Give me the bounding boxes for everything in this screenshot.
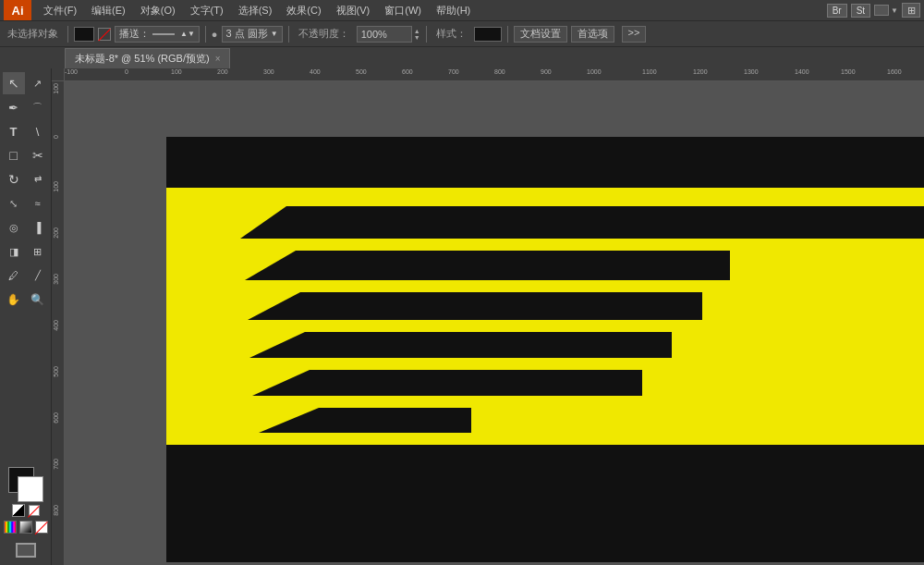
ruler-corner (52, 68, 65, 81)
style-swatch[interactable] (474, 27, 502, 42)
line-tool[interactable]: \ (27, 120, 49, 142)
shape-tools-row: □ ✂ (3, 144, 49, 166)
blend-tools-row: ◎ ▐ (3, 216, 49, 239)
ruler-top-500: 500 (356, 68, 367, 75)
ruler-top-0: 0 (125, 68, 128, 75)
ruler-left-num-500: 500 (53, 366, 59, 377)
color-mode-btn[interactable] (4, 521, 17, 534)
main-layout: ↖ ↗ ✒ ⌒ T \ □ (0, 68, 924, 565)
ruler-left-num-200: 200 (53, 227, 59, 239)
stock-btn[interactable]: St (851, 4, 870, 18)
menu-help[interactable]: 帮助(H) (430, 2, 477, 19)
tab-close[interactable]: × (215, 54, 221, 64)
stroke-swatch[interactable] (18, 476, 43, 502)
ruler-top: -100 0 100 200 300 400 500 600 700 800 9… (65, 68, 924, 81)
type-tool[interactable]: T (3, 120, 25, 142)
bridge-btn[interactable]: Br (827, 4, 847, 18)
eyedropper-tool[interactable]: 🖊 (3, 264, 25, 287)
menu-file[interactable]: 文件(F) (37, 2, 83, 19)
curvature-tool[interactable]: ⌒ (27, 96, 49, 118)
pen-tool[interactable]: ✒ (3, 96, 25, 118)
svg-rect-17 (166, 445, 924, 562)
ruler-left: 100 0 100 200 300 400 500 600 700 800 (52, 81, 65, 565)
none-mode-btn[interactable] (35, 521, 48, 534)
menu-object[interactable]: 对象(O) (134, 2, 182, 19)
chart-tool[interactable]: ▐ (27, 216, 49, 239)
zoom-tool[interactable]: 🔍 (27, 289, 49, 311)
stroke-style-dropdown[interactable]: 播送： ▲▼ (115, 26, 200, 43)
swatch-options-row (12, 504, 40, 517)
gradient-mode-btn[interactable] (19, 521, 32, 534)
ruler-top-1500: 1500 (841, 68, 856, 75)
svg-rect-8 (730, 251, 924, 280)
rotate-tool[interactable]: ↻ (3, 168, 25, 190)
opacity-label: 不透明度： (295, 27, 353, 41)
fill-stroke-swatches[interactable] (8, 467, 43, 502)
ruler-left-num-400: 400 (53, 320, 59, 331)
stroke-color-swatch[interactable] (74, 27, 94, 42)
mesh-tool[interactable]: ⊞ (27, 240, 49, 263)
document-tab[interactable]: 未标题-8* @ 51% (RGB/预览) × (65, 48, 230, 68)
opacity-up[interactable]: ▲ (414, 28, 420, 34)
workspace-btn[interactable]: ⊞ (902, 3, 920, 18)
menu-window[interactable]: 窗口(W) (378, 2, 428, 19)
selection-label: 未选择对象 (4, 27, 62, 41)
toolbar: 未选择对象 播送： ▲▼ ● 3 点 圆形 ▼ 不透明度： ▲ ▼ 样式： 文档… (0, 20, 924, 46)
document-canvas[interactable] (65, 81, 924, 565)
artwork-svg (166, 137, 924, 562)
ruler-top-neg100: -100 (65, 68, 78, 75)
menu-view[interactable]: 视图(V) (330, 2, 377, 19)
point-prefix: ● (212, 29, 218, 40)
svg-rect-1 (166, 137, 924, 188)
select-tool[interactable]: ↖ (3, 72, 25, 94)
warp-tool[interactable]: ≈ (27, 192, 49, 215)
svg-rect-4 (166, 206, 924, 239)
toolbox: ↖ ↗ ✒ ⌒ T \ □ (0, 68, 52, 565)
none-fill-btn[interactable] (29, 505, 40, 516)
point-style-dropdown[interactable]: 3 点 圆形 ▼ (222, 26, 283, 43)
blend-tool[interactable]: ◎ (3, 216, 25, 239)
canvas-area[interactable]: -100 0 100 200 300 400 500 600 700 800 9… (52, 68, 924, 565)
scale-tool[interactable]: ⤡ (3, 192, 25, 215)
opacity-down[interactable]: ▼ (414, 34, 420, 41)
ruler-left-num-800: 800 (53, 505, 59, 516)
ruler-top-600: 600 (402, 68, 413, 75)
gradient-tool[interactable]: ◨ (3, 240, 25, 263)
reflect-tool[interactable]: ⇄ (27, 168, 49, 190)
nav-tools-row: ✋ 🔍 (3, 289, 49, 311)
hand-tool[interactable]: ✋ (3, 289, 25, 311)
ruler-top-1600: 1600 (887, 68, 902, 75)
ruler-top-300: 300 (263, 68, 274, 75)
ruler-top-700: 700 (448, 68, 459, 75)
ruler-left-num-100: 100 (53, 181, 59, 192)
screen-mode-btn[interactable] (16, 543, 36, 558)
ruler-top-1400: 1400 (795, 68, 809, 75)
direct-select-tool[interactable]: ↗ (27, 72, 49, 94)
swap-colors-btn[interactable] (12, 504, 25, 517)
rect-tool[interactable]: □ (3, 144, 25, 166)
doc-settings-btn[interactable]: 文档设置 (514, 26, 567, 43)
type-tools-row: T \ (3, 120, 49, 142)
measure-tool[interactable]: ╱ (27, 264, 49, 287)
ruler-top-1100: 1100 (642, 68, 657, 75)
opacity-input[interactable] (357, 26, 412, 43)
scissors-tool[interactable]: ✂ (27, 144, 49, 166)
ruler-top-1300: 1300 (744, 68, 759, 75)
tab-title: 未标题-8* @ 51% (RGB/预览) (75, 52, 210, 66)
more-btn[interactable]: >> (622, 26, 647, 43)
ruler-top-1000: 1000 (587, 68, 602, 75)
fill-none-indicator (98, 28, 111, 41)
ruler-top-200: 200 (217, 68, 228, 75)
preferences-btn[interactable]: 首选项 (571, 26, 614, 43)
tab-bar: 未标题-8* @ 51% (RGB/预览) × (0, 46, 924, 68)
select-tools-row: ↖ ↗ (3, 72, 49, 94)
menu-edit[interactable]: 编辑(E) (85, 2, 132, 19)
color-mode-row (4, 521, 48, 534)
eyedropper-tools-row: 🖊 ╱ (3, 264, 49, 287)
ruler-top-800: 800 (494, 68, 505, 75)
menu-type[interactable]: 文字(T) (184, 2, 230, 19)
ruler-top-900: 900 (541, 68, 552, 75)
menu-select[interactable]: 选择(S) (232, 2, 279, 19)
ruler-top-400: 400 (310, 68, 321, 75)
menu-effect[interactable]: 效果(C) (280, 2, 327, 19)
